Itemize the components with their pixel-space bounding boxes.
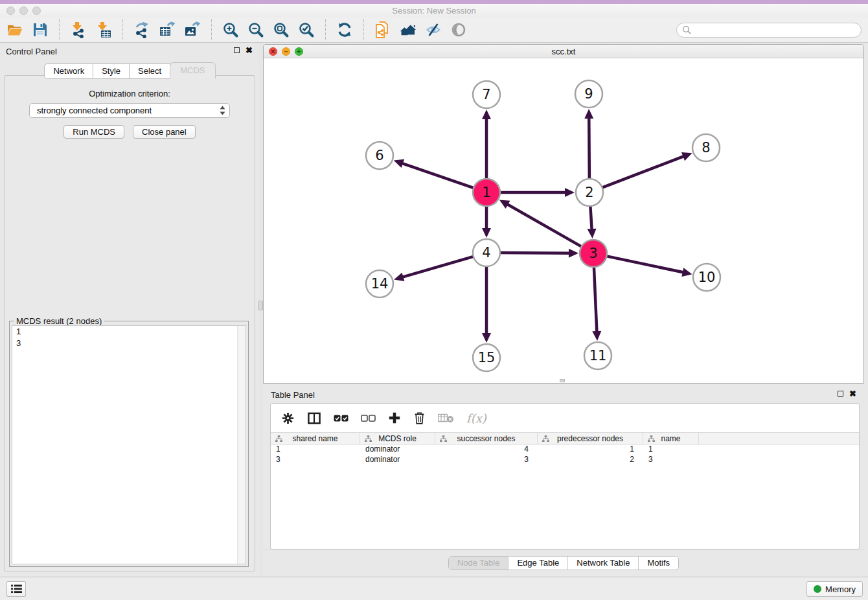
splitter-handle[interactable] [258, 301, 263, 310]
zoom-out-icon [247, 21, 264, 38]
task-history-button[interactable] [6, 581, 26, 597]
zoom-in-button[interactable] [222, 21, 239, 38]
export-table-button[interactable] [159, 21, 176, 38]
zoom-selected-button[interactable] [298, 21, 315, 38]
column-type-icon [440, 435, 447, 443]
graph-node-label-9: 9 [584, 86, 593, 102]
close-panel-button[interactable]: Close panel [133, 125, 196, 139]
close-table-panel-icon[interactable]: ✖ [849, 390, 856, 397]
column-header-successor-nodes[interactable]: successor nodes [435, 433, 538, 444]
column-header-label: name [661, 434, 680, 443]
graph-node-label-15: 15 [478, 350, 496, 365]
float-panel-icon[interactable] [234, 47, 240, 53]
network-file-icon [374, 21, 391, 38]
import-network-button[interactable] [70, 21, 87, 38]
close-panel-icon[interactable]: ✖ [246, 47, 253, 54]
graph-edge-4-3[interactable] [499, 253, 570, 253]
graph-edge-2-8[interactable] [602, 156, 685, 188]
refresh-button[interactable] [336, 21, 353, 38]
table-row[interactable]: 1dominator411 [271, 444, 859, 455]
table-header-row: shared nameMCDS rolesuccessor nodesprede… [271, 432, 859, 444]
mcds-list-scrollbar[interactable] [237, 326, 246, 564]
hide-panel-button[interactable] [425, 21, 442, 38]
graph-node-label-6: 6 [375, 148, 383, 163]
graph-edge-3-1[interactable] [507, 204, 582, 247]
network-window-title: scc.txt [264, 47, 863, 56]
graph-edge-4-14[interactable] [402, 257, 474, 277]
tab-style[interactable]: Style [93, 63, 130, 79]
run-mcds-button[interactable]: Run MCDS [63, 125, 124, 139]
tab-network-table[interactable]: Network Table [567, 557, 638, 570]
float-table-panel-icon[interactable] [838, 391, 843, 397]
optimization-criterion-select[interactable]: strongly connected component [29, 103, 230, 118]
open-session-button[interactable] [6, 21, 23, 38]
graph-edge-3-11[interactable] [594, 266, 597, 332]
column-header-predecessor-nodes[interactable]: predecessor nodes [538, 433, 643, 444]
table-cell[interactable]: dominator [360, 455, 435, 465]
table-cell[interactable]: 4 [435, 444, 538, 455]
delete-table-icon[interactable] [438, 413, 454, 423]
tab-edge-table[interactable]: Edge Table [508, 557, 567, 570]
control-panel-header: Control Panel ✖ [0, 43, 259, 60]
table-tabs-band: Node TableEdge TableNetwork TableMotifs [263, 549, 864, 575]
table-cell[interactable]: 3 [435, 455, 538, 465]
column-type-icon [542, 435, 549, 443]
search-input[interactable] [694, 25, 856, 35]
zoom-fit-button[interactable] [273, 21, 290, 38]
save-session-button[interactable] [32, 21, 49, 38]
table-cell[interactable]: 1 [538, 444, 643, 455]
graph-edge-arrow-4-14 [394, 273, 404, 281]
graph-node-label-14: 14 [371, 276, 389, 292]
graph-edge-2-3[interactable] [590, 205, 591, 230]
table-row[interactable]: 3dominator323 [271, 455, 859, 465]
graph-node-label-10: 10 [698, 270, 716, 285]
graph-edge-arrow-4-3 [569, 249, 578, 258]
deselect-all-icon[interactable] [361, 413, 376, 424]
function-builder-icon[interactable]: f(x) [466, 411, 486, 425]
memory-button[interactable]: Memory [806, 581, 863, 597]
table-cell[interactable]: 1 [643, 444, 699, 455]
select-all-icon[interactable] [334, 413, 348, 424]
tab-node-table[interactable]: Node Table [449, 557, 508, 570]
new-network-from-file-button[interactable] [374, 21, 391, 38]
delete-column-icon[interactable] [413, 411, 426, 425]
tab-mcds[interactable]: MCDS [170, 62, 215, 79]
table-cell[interactable]: 3 [271, 455, 360, 465]
control-panel-title: Control Panel [6, 47, 57, 56]
view-mode-button[interactable] [450, 21, 467, 38]
column-header-label: predecessor nodes [557, 434, 623, 443]
tab-select[interactable]: Select [129, 63, 170, 79]
network-graph[interactable]: 7968124314101511 [264, 58, 863, 383]
export-network-button[interactable] [133, 21, 150, 38]
table-cell[interactable]: 2 [538, 455, 643, 465]
table-cell[interactable]: dominator [360, 444, 435, 455]
search-box[interactable] [676, 23, 862, 38]
graph-edge-1-6[interactable] [402, 163, 474, 189]
mcds-result-list[interactable]: 13 [12, 325, 246, 564]
tab-network[interactable]: Network [44, 63, 93, 79]
export-image-button[interactable] [184, 21, 201, 38]
table-cell[interactable]: 1 [271, 444, 360, 455]
show-column-panel-icon[interactable] [307, 411, 321, 425]
column-header-MCDS-role[interactable]: MCDS role [360, 433, 435, 444]
mcds-result-title: MCDS result (2 nodes) [14, 316, 104, 326]
eye-slash-icon [425, 21, 442, 38]
network-resize-handle[interactable] [560, 379, 565, 382]
show-all-networks-button[interactable] [400, 21, 417, 38]
task-list-icon [11, 584, 22, 594]
mcds-result-item[interactable]: 1 [12, 326, 246, 338]
column-header-name[interactable]: name [643, 433, 699, 444]
table-settings-gear-icon[interactable] [281, 411, 295, 425]
memory-label: Memory [825, 584, 856, 594]
network-canvas[interactable]: 7968124314101511 [264, 58, 863, 383]
table-cell[interactable]: 3 [643, 455, 699, 465]
graph-edge-3-10[interactable] [606, 256, 684, 272]
tab-motifs[interactable]: Motifs [638, 557, 678, 570]
create-column-icon[interactable] [388, 411, 401, 424]
network-window-titlebar[interactable]: ✕ – + scc.txt [264, 45, 863, 58]
zoom-out-button[interactable] [247, 21, 264, 38]
column-header-shared-name[interactable]: shared name [271, 433, 360, 444]
import-table-button[interactable] [95, 21, 112, 38]
graph-edge-2-9[interactable] [589, 117, 589, 179]
mcds-result-item[interactable]: 3 [12, 338, 246, 349]
